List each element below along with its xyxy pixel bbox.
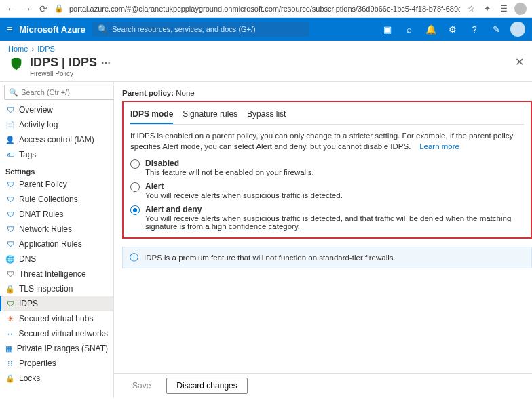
sidebar-item[interactable]: 🛡Network Rules: [0, 222, 113, 237]
menu-icon: 🛡: [5, 209, 15, 219]
highlighted-region: IDPS modeSignature rulesBypass list If I…: [122, 101, 532, 239]
breadcrumb: Home › IDPS: [0, 41, 532, 53]
parent-policy-value: None: [176, 89, 195, 97]
sidebar-item-label: Access control (IAM): [19, 135, 94, 144]
puzzle-icon[interactable]: ✦: [482, 4, 493, 14]
sidebar-item[interactable]: 🛡IDPS: [0, 296, 113, 311]
breadcrumb-current[interactable]: IDPS: [37, 45, 55, 53]
sidebar-item[interactable]: ▦Private IP ranges (SNAT): [0, 341, 113, 356]
reload-icon[interactable]: ⟳: [38, 3, 49, 14]
breadcrumb-home[interactable]: Home: [8, 45, 28, 53]
radio-icon[interactable]: [130, 205, 140, 215]
menu-icon: ⁝⁝: [5, 359, 15, 368]
sidebar-item[interactable]: 🔒Locks: [0, 371, 113, 386]
forward-icon[interactable]: →: [22, 3, 33, 14]
sidebar-item[interactable]: 🛡Rule Collections: [0, 192, 113, 207]
sidebar-item-label: Tags: [19, 150, 36, 159]
reading-list-icon[interactable]: ☰: [498, 4, 509, 14]
sidebar-item[interactable]: 🔒TLS inspection: [0, 281, 113, 296]
sidebar-item-label: Overview: [19, 105, 53, 115]
sidebar-search[interactable]: 🔍: [4, 85, 114, 100]
help-icon[interactable]: ?: [467, 24, 482, 35]
sidebar-item[interactable]: 🛡Overview: [0, 102, 113, 117]
page-subtitle: Firewall Policy: [30, 70, 510, 77]
menu-icon: 🔒: [5, 374, 15, 383]
brand-label[interactable]: Microsoft Azure: [19, 24, 86, 35]
search-input[interactable]: [112, 25, 304, 33]
sidebar-item-label: TLS inspection: [19, 284, 73, 294]
sidebar-item-label: Secured virtual networks: [19, 329, 108, 338]
notifications-icon[interactable]: 🔔: [423, 24, 438, 35]
menu-icon: 📄: [5, 120, 15, 129]
sidebar-item-label: DNS: [19, 254, 36, 264]
main-area: 🔍 « 🛡Overview📄Activity log👤Access contro…: [0, 82, 532, 398]
tab[interactable]: Bypass list: [247, 106, 286, 124]
settings-icon[interactable]: ⚙: [445, 24, 460, 35]
menu-icon: 🛡: [5, 269, 15, 279]
radio-icon[interactable]: [130, 159, 140, 169]
radio-desc: This feature will not be enabled on your…: [145, 168, 314, 176]
radio-desc: You will receive alerts when suspicious …: [145, 214, 524, 231]
browser-chrome: ← → ⟳ 🔒 portal.azure.com/#@claranetukpcp…: [0, 0, 532, 18]
sidebar-item[interactable]: 🌐DNS: [0, 252, 113, 266]
menu-icon: 🛡: [5, 299, 15, 308]
sidebar-item-label: IDPS: [19, 299, 38, 308]
sidebar-search-input[interactable]: [21, 88, 114, 96]
cloud-shell-icon[interactable]: ▣: [380, 24, 395, 35]
shield-icon: [8, 56, 24, 72]
menu-icon: 🛡: [5, 105, 15, 115]
radio-desc: You will receive alerts when suspicious …: [145, 191, 343, 199]
discard-button[interactable]: Discard changes: [166, 378, 247, 394]
more-icon[interactable]: ⋯: [101, 58, 111, 68]
menu-icon: 🔒: [5, 284, 15, 294]
sidebar-item[interactable]: 👤Access control (IAM): [0, 132, 113, 147]
profile-avatar[interactable]: [514, 3, 527, 15]
hamburger-icon[interactable]: ≡: [7, 24, 12, 35]
radio-title: Alert: [145, 182, 343, 191]
sidebar-item-label: Private IP ranges (SNAT): [17, 344, 108, 353]
sidebar-item[interactable]: ✳Secured virtual hubs: [0, 311, 113, 326]
sidebar-item[interactable]: 🛡Parent Policy: [0, 177, 113, 192]
back-icon[interactable]: ←: [5, 3, 16, 14]
sidebar-item-label: Activity log: [19, 120, 58, 129]
radio-option[interactable]: Disabled This feature will not be enable…: [130, 159, 524, 176]
info-icon: ⓘ: [130, 252, 138, 264]
menu-icon: 🛡: [5, 224, 15, 234]
feedback-icon[interactable]: ✎: [489, 24, 504, 35]
sidebar-item[interactable]: ↔Secured virtual networks: [0, 326, 113, 341]
menu-icon: 🛡: [5, 239, 15, 249]
sidebar-item[interactable]: 🏷Tags: [0, 147, 113, 162]
sidebar-item[interactable]: 🛡DNAT Rules: [0, 207, 113, 222]
tab[interactable]: Signature rules: [183, 106, 238, 124]
save-button[interactable]: Save: [122, 378, 161, 394]
learn-more-link[interactable]: Learn more: [419, 142, 459, 151]
url-text[interactable]: portal.azure.com/#@claranetukpcpplaygrou…: [69, 5, 460, 13]
close-icon[interactable]: ✕: [515, 56, 524, 68]
idps-mode-options: Disabled This feature will not be enable…: [130, 159, 524, 231]
parent-policy-row: Parent policy: None: [122, 89, 532, 97]
directory-icon[interactable]: ⌕: [402, 24, 417, 35]
sidebar-item[interactable]: 🛡Threat Intelligence: [0, 266, 113, 281]
sidebar-item-label: Locks: [19, 374, 40, 383]
radio-title: Alert and deny: [145, 205, 524, 214]
sidebar-item-label: Network Rules: [19, 224, 72, 234]
page-title: IDPS | IDPS: [30, 56, 97, 70]
sidebar-item[interactable]: ⁝⁝Properties: [0, 356, 113, 371]
account-avatar[interactable]: [510, 22, 525, 37]
radio-icon[interactable]: [130, 182, 140, 192]
menu-icon: 👤: [5, 135, 15, 144]
tab[interactable]: IDPS mode: [130, 106, 173, 124]
radio-option[interactable]: Alert and deny You will receive alerts w…: [130, 205, 524, 231]
search-icon: 🔍: [98, 24, 108, 34]
content-pane: Parent policy: None IDPS modeSignature r…: [114, 82, 532, 398]
sidebar-item[interactable]: 🛡Application Rules: [0, 237, 113, 252]
radio-option[interactable]: Alert You will receive alerts when suspi…: [130, 182, 524, 199]
star-icon[interactable]: ☆: [466, 4, 476, 14]
tabs: IDPS modeSignature rulesBypass list: [130, 106, 524, 125]
sidebar-section-header: Settings: [0, 162, 113, 177]
menu-icon: ↔: [5, 329, 15, 338]
global-search[interactable]: 🔍: [92, 22, 309, 37]
sidebar-item-label: Secured virtual hubs: [19, 314, 93, 323]
lock-icon: 🔒: [54, 4, 64, 13]
sidebar-item[interactable]: 📄Activity log: [0, 117, 113, 132]
